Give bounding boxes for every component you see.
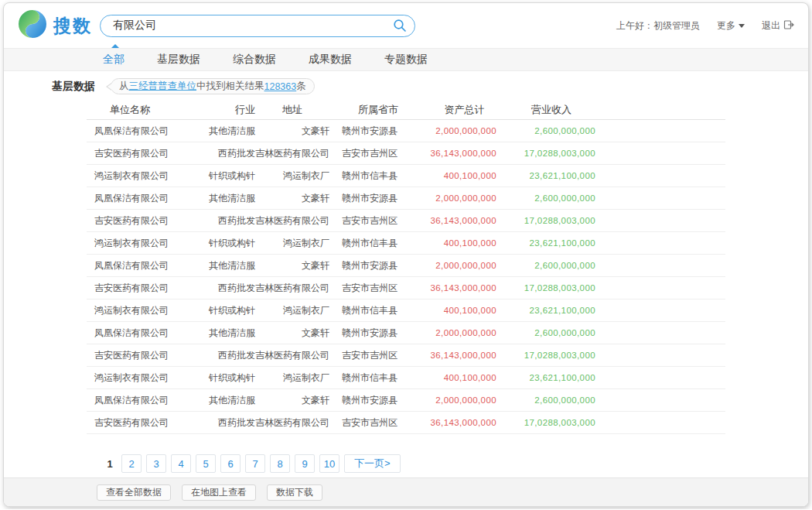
pagination: 1 2 3 4 5 6 7 8 9 10 下一页> [101,454,808,473]
tab[interactable]: 专题数据 [384,53,428,67]
cell-revenue: 23,621,100,000 [502,373,601,382]
column-header: 所属省市 [329,103,427,117]
cell-industry: 其他清洁服 [203,327,255,340]
cell-revenue: 2,600,000,000 [502,193,601,203]
source-link[interactable]: 三经普普查单位 [129,80,197,93]
table-row[interactable]: 凤凰保洁有限公司 其他清洁服 文豪轩 赣州市安源县 2,000,000,000 … [87,255,725,277]
table-row[interactable]: 吉安医药有限公司 西药批发 吉林医药有限公司 吉安市吉州区 36,143,000… [87,142,725,165]
cell-company-name: 鸿运制衣有限公司 [87,169,203,183]
cell-address: 文豪轩 [255,259,329,272]
bottom-bar: 查看全部数据 在地图上查看 数据下载 [4,477,808,506]
cell-total-assets: 2,000,000,000 [427,261,502,270]
page-button[interactable]: 10 [319,454,339,473]
tab[interactable]: 成果数据 [309,53,352,67]
active-tab-caret-icon [111,44,119,48]
cell-industry: 针织或构针 [203,304,255,317]
search-input[interactable] [113,19,393,32]
search-area [100,15,415,37]
cell-revenue: 23,621,100,000 [502,306,601,315]
cell-revenue: 17,0288,003,000 [502,351,601,360]
search-icon[interactable] [393,19,407,33]
table-row[interactable]: 凤凰保洁有限公司 其他清洁服 文豪轩 赣州市安源县 2,000,000,000 … [87,322,725,344]
app-name: 搜数 [53,14,92,38]
cell-address: 鸿运制衣厂 [255,237,329,250]
cell-industry: 西药批发 [203,416,255,430]
cell-industry: 西药批发 [203,282,255,295]
cell-company-name: 鸿运制衣有限公司 [87,304,203,317]
results-table: 单位名称 行业 地址 所属省市 资产总计 营业收入 凤凰保洁有限公司 其他清洁服… [87,101,725,434]
tab[interactable]: 综合数据 [233,53,276,67]
tab[interactable]: 全部 [103,53,125,67]
page-button[interactable]: 7 [245,454,265,473]
cell-region: 吉安市吉州区 [329,282,427,295]
page-button[interactable]: 3 [146,454,166,473]
footer-button[interactable]: 数据下载 [267,484,322,501]
cell-address: 吉林医药有限公司 [255,147,329,160]
table-row[interactable]: 吉安医药有限公司 西药批发 吉林医药有限公司 吉安市吉州区 36,143,000… [87,344,725,367]
cell-company-name: 鸿运制衣有限公司 [87,237,203,250]
cell-revenue: 23,621,100,000 [502,171,601,180]
cell-revenue: 17,0288,003,000 [502,283,601,293]
table-row[interactable]: 鸿运制衣有限公司 针织或构针 鸿运制衣厂 赣州市信丰县 400,100,000 … [87,367,725,389]
table-row[interactable]: 吉安医药有限公司 西药批发 吉林医药有限公司 吉安市吉州区 36,143,000… [87,277,725,299]
more-menu[interactable]: 更多 [717,19,745,33]
table-row[interactable]: 凤凰保洁有限公司 其他清洁服 文豪轩 赣州市安源县 2,000,000,000 … [87,120,725,142]
cell-region: 赣州市信丰县 [329,371,427,385]
cell-company-name: 吉安医药有限公司 [87,214,203,228]
cell-total-assets: 36,143,000,000 [427,351,502,360]
footer-button[interactable]: 在地图上查看 [182,484,256,501]
table-row[interactable]: 鸿运制衣有限公司 针织或构针 鸿运制衣厂 赣州市信丰县 400,100,000 … [87,232,725,255]
cell-total-assets: 400,100,000 [427,373,502,382]
cell-region: 赣州市安源县 [329,125,427,138]
page-button[interactable]: 9 [295,454,315,473]
cell-company-name: 吉安医药有限公司 [87,349,203,362]
cell-region: 赣州市信丰县 [329,169,427,183]
logout-button[interactable]: 退出 [762,19,794,33]
cell-industry: 其他清洁服 [203,125,255,138]
cell-company-name: 凤凰保洁有限公司 [87,192,203,205]
table-row[interactable]: 鸿运制衣有限公司 针织或构针 鸿运制衣厂 赣州市信丰县 400,100,000 … [87,165,725,187]
cell-company-name: 吉安医药有限公司 [87,282,203,295]
cell-region: 赣州市信丰县 [329,304,427,317]
search-box[interactable] [100,15,415,37]
tab[interactable]: 基层数据 [157,53,200,67]
table-row[interactable]: 凤凰保洁有限公司 其他清洁服 文豪轩 赣州市安源县 2,000,000,000 … [87,389,725,412]
cell-industry: 西药批发 [203,214,255,228]
cell-industry: 针织或构针 [203,371,255,385]
result-summary-pill: 从三经普普查单位中找到相关结果128363条 [111,78,315,94]
result-count-link[interactable]: 128363 [264,81,297,92]
cell-revenue: 2,600,000,000 [502,395,601,405]
cell-total-assets: 36,143,000,000 [427,418,502,427]
cell-total-assets: 36,143,000,000 [427,149,502,158]
cell-industry: 西药批发 [203,349,255,362]
table-row[interactable]: 吉安医药有限公司 西药批发 吉林医药有限公司 吉安市吉州区 36,143,000… [87,412,725,434]
cell-address: 文豪轩 [255,125,329,138]
page-button[interactable]: 2 [121,454,142,473]
cell-company-name: 凤凰保洁有限公司 [87,394,203,407]
cell-revenue: 2,600,000,000 [502,126,601,135]
table-row[interactable]: 鸿运制衣有限公司 针织或构针 鸿运制衣厂 赣州市信丰县 400,100,000 … [87,299,725,322]
cell-region: 赣州市安源县 [329,192,427,205]
next-page-button[interactable]: 下一页> [344,454,401,473]
cell-company-name: 吉安医药有限公司 [87,416,203,430]
cell-address: 吉林医药有限公司 [255,349,329,362]
cell-total-assets: 400,100,000 [427,306,502,315]
brand: 搜数 [18,9,92,42]
footer-button[interactable]: 查看全部数据 [97,484,171,501]
cell-region: 赣州市安源县 [329,327,427,340]
page-button[interactable]: 5 [196,454,216,473]
page-button[interactable]: 6 [220,454,241,473]
cell-address: 鸿运制衣厂 [255,169,329,183]
table-row[interactable]: 吉安医药有限公司 西药批发 吉林医药有限公司 吉安市吉州区 36,143,000… [87,210,725,232]
result-prefix: 从 [119,80,129,93]
page-button[interactable]: 8 [270,454,290,473]
cell-industry: 其他清洁服 [203,394,255,407]
column-header: 单位名称 [87,103,203,117]
logout-icon [783,19,794,33]
cell-region: 赣州市信丰县 [329,237,427,250]
cell-company-name: 鸿运制衣有限公司 [87,371,203,385]
page-button[interactable]: 4 [171,454,191,473]
cell-industry: 其他清洁服 [203,192,255,205]
cell-total-assets: 2,000,000,000 [427,395,502,405]
table-row[interactable]: 凤凰保洁有限公司 其他清洁服 文豪轩 赣州市安源县 2,000,000,000 … [87,187,725,210]
